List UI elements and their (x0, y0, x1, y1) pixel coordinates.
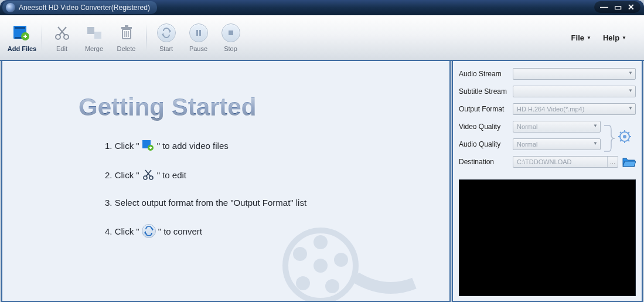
svg-line-8 (59, 27, 66, 35)
video-preview (459, 179, 636, 296)
svg-rect-21 (199, 30, 201, 36)
gs-step-3: 3. Select output format from the "Output… (105, 198, 449, 208)
svg-point-36 (334, 253, 348, 267)
chevron-down-icon: ▼ (622, 35, 626, 40)
minimize-button[interactable]: — (600, 2, 608, 12)
destination-field[interactable]: C:\TDDOWNLOAD … (513, 156, 618, 168)
add-files-button[interactable]: Add Files (6, 19, 38, 56)
scissors-icon (142, 168, 155, 181)
svg-rect-13 (121, 27, 132, 29)
svg-point-41 (623, 135, 626, 138)
svg-rect-10 (87, 27, 94, 34)
pause-label: Pause (189, 45, 207, 52)
delete-button[interactable]: Delete (110, 19, 142, 56)
stop-icon (221, 23, 241, 43)
gs-step-1: 1. Click " " to add video files (105, 139, 449, 152)
svg-marker-31 (152, 228, 154, 231)
svg-rect-22 (229, 30, 233, 35)
convert-icon (156, 23, 176, 43)
browse-folder-button[interactable] (622, 156, 636, 168)
content-panel: Getting Started 1. Click " " to add vide… (1, 61, 451, 302)
svg-point-39 (293, 247, 307, 261)
merge-icon (84, 23, 104, 43)
scissors-icon (52, 23, 72, 43)
output-format-label: Output Format (459, 105, 513, 113)
svg-point-37 (325, 279, 339, 293)
close-button[interactable]: ✕ (628, 2, 635, 12)
bracket-icon (603, 123, 617, 154)
svg-rect-26 (150, 147, 151, 149)
gs-step-2: 2. Click " " to edit (105, 168, 449, 181)
svg-marker-18 (169, 29, 171, 33)
svg-line-48 (628, 132, 629, 134)
help-menu-label: Help (603, 33, 619, 42)
separator (42, 24, 42, 51)
svg-line-9 (58, 27, 65, 35)
chevron-down-icon: ▼ (628, 88, 633, 93)
destination-label: Destination (459, 158, 513, 166)
help-menu[interactable]: Help ▼ (603, 33, 626, 42)
merge-button[interactable]: Merge (78, 19, 110, 56)
advanced-settings-button[interactable] (618, 130, 631, 143)
maximize-button[interactable]: ▭ (614, 2, 622, 12)
svg-line-47 (628, 140, 629, 141)
title-bar: Aneesoft HD Video Converter(Registered) … (0, 0, 644, 15)
output-format-select[interactable]: HD H.264 Video(*.mp4) ▼ (513, 103, 636, 115)
svg-point-38 (296, 276, 310, 290)
add-files-label: Add Files (8, 45, 37, 52)
window-title: Aneesoft HD Video Converter(Registered) (19, 4, 150, 12)
file-menu-label: File (571, 33, 584, 42)
trash-icon (117, 23, 137, 43)
svg-marker-32 (144, 231, 146, 235)
subtitle-stream-select[interactable]: ▼ (513, 86, 636, 97)
delete-label: Delete (117, 45, 136, 52)
stop-button[interactable]: Stop (214, 19, 247, 56)
svg-line-46 (620, 132, 622, 134)
svg-rect-20 (196, 30, 198, 36)
audio-stream-select[interactable]: ▼ (513, 68, 636, 80)
stop-label: Stop (224, 45, 237, 52)
video-quality-select[interactable]: Normal ▼ (513, 121, 601, 133)
svg-point-33 (285, 230, 356, 301)
svg-rect-1 (15, 27, 25, 29)
getting-started-title: Getting Started (79, 93, 449, 121)
chevron-down-icon: ▼ (628, 106, 633, 111)
start-label: Start (159, 45, 173, 52)
video-quality-label: Video Quality (459, 123, 513, 131)
add-files-icon (12, 23, 32, 43)
pause-icon (189, 23, 209, 43)
chevron-down-icon: ▼ (593, 141, 598, 146)
chevron-down-icon: ▼ (587, 35, 591, 40)
chevron-down-icon: ▼ (628, 70, 633, 76)
audio-quality-label: Audio Quality (459, 140, 513, 148)
gs-step-4: 4. Click " " to convert (105, 224, 449, 238)
svg-point-34 (314, 259, 328, 273)
app-logo-icon (6, 3, 15, 12)
convert-icon (142, 224, 156, 238)
audio-quality-select[interactable]: Normal ▼ (513, 138, 601, 150)
subtitle-stream-label: Subtitle Stream (459, 87, 513, 96)
edit-button[interactable]: Edit (46, 19, 78, 56)
edit-label: Edit (56, 45, 67, 52)
audio-stream-label: Audio Stream (459, 70, 513, 78)
add-files-icon (142, 139, 155, 152)
svg-rect-5 (25, 35, 26, 38)
merge-label: Merge (85, 45, 103, 52)
file-menu[interactable]: File ▼ (571, 33, 591, 42)
svg-marker-19 (162, 33, 163, 36)
chevron-down-icon: ▼ (593, 123, 598, 128)
main-toolbar: Add Files Edit Merge (0, 15, 644, 61)
settings-panel: Audio Stream ▼ Subtitle Stream ▼ Output … (452, 61, 643, 302)
svg-rect-11 (94, 32, 101, 39)
start-button[interactable]: Start (150, 19, 182, 56)
pause-button[interactable]: Pause (182, 19, 214, 56)
svg-line-49 (620, 140, 622, 141)
svg-rect-14 (125, 25, 128, 27)
separator (146, 24, 146, 51)
ellipsis-icon: … (607, 157, 618, 167)
